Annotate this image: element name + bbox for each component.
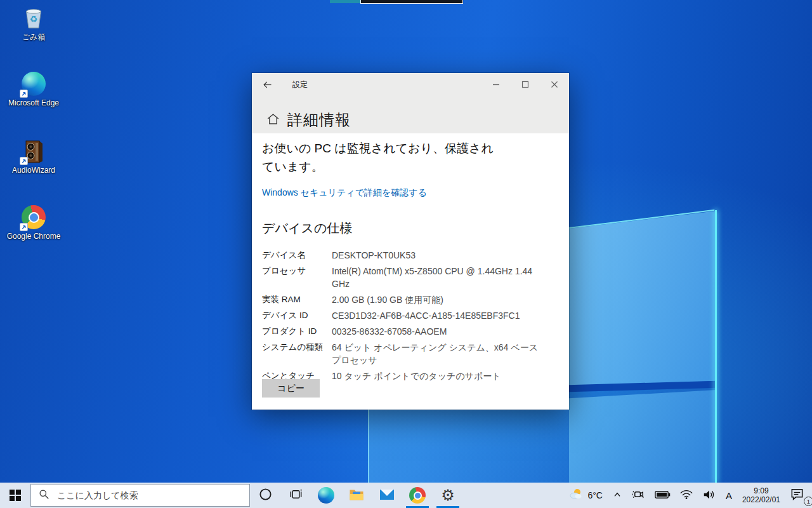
wallpaper-logo-right-edge — [715, 210, 717, 483]
weather-icon — [568, 486, 584, 504]
spec-row-product-id: プロダクト ID 00325-86332-67058-AAOEM — [262, 325, 554, 338]
wallpaper-logo-upper-pane — [569, 210, 717, 391]
volume-tray-button[interactable] — [698, 483, 721, 508]
task-view-button[interactable] — [280, 483, 311, 508]
wallpaper-logo-lower-pane — [569, 390, 717, 483]
chrome-icon — [409, 487, 426, 504]
wallpaper-logo-top-edge — [569, 210, 715, 229]
close-button[interactable] — [540, 73, 569, 96]
taskbar-chrome-button[interactable] — [402, 483, 433, 508]
chrome-icon — [21, 204, 46, 230]
taskbar-search[interactable] — [30, 484, 250, 507]
chevron-up-icon — [612, 490, 622, 502]
desktop-icon-label: Microsoft Edge — [8, 99, 59, 107]
weather-tray-item[interactable]: 6°C — [563, 483, 608, 508]
desktop-icon-edge[interactable]: Microsoft Edge — [5, 71, 62, 107]
shortcut-arrow-icon — [20, 223, 28, 231]
wallpaper-logo-gap — [569, 381, 717, 392]
clock-time: 9:09 — [754, 486, 768, 495]
camera-tray-icon — [631, 487, 646, 504]
mail-icon — [379, 486, 395, 505]
desktop-icon-chrome[interactable]: Google Chrome — [5, 204, 62, 241]
spec-row-device-id: デバイス ID CE3D1D32-AF6B-4ACC-A185-14E85EBF… — [262, 309, 554, 322]
edge-icon — [21, 71, 46, 97]
settings-window: 設定 詳細情報 お使いの PC は監視されて — [252, 73, 569, 410]
copy-button[interactable]: コピー — [262, 379, 320, 398]
titlebar: 設定 — [252, 73, 569, 96]
taskbar-edge-button[interactable] — [311, 483, 341, 508]
windows-security-link[interactable]: Windows セキュリティで詳細を確認する — [262, 187, 427, 199]
spec-row-system-type: システムの種類 64 ビット オペレーティング システム、x64 ベース プロセ… — [262, 341, 554, 366]
camera-tray-button[interactable] — [627, 483, 650, 508]
system-tray: 6°C — [563, 483, 812, 508]
taskbar-mail-button[interactable] — [372, 483, 402, 508]
file-explorer-icon — [348, 486, 365, 505]
spec-row-ram: 実装 RAM 2.00 GB (1.90 GB 使用可能) — [262, 293, 554, 306]
home-icon — [266, 112, 280, 128]
spec-row-processor: プロセッサ Intel(R) Atom(TM) x5-Z8500 CPU @ 1… — [262, 265, 554, 290]
search-icon — [39, 489, 49, 502]
cortana-icon — [259, 488, 272, 503]
maximize-button[interactable] — [511, 73, 540, 96]
edge-icon — [318, 487, 334, 504]
spec-row-device-name: デバイス名 DESKTOP-KT0UK53 — [262, 249, 554, 262]
clock-date: 2022/02/01 — [742, 495, 780, 504]
task-view-icon — [289, 487, 303, 504]
battery-tray-button[interactable] — [650, 483, 675, 508]
taskbar: ⚙ 6°C — [0, 483, 812, 508]
wallpaper-light-beam — [369, 410, 569, 483]
search-input[interactable] — [56, 484, 249, 507]
notification-icon — [790, 487, 804, 504]
desktop-icon-label: ごみ箱 — [22, 33, 46, 41]
security-status-text: お使いの PC は監視されており、保護され ています。 — [262, 139, 497, 176]
desktop-icon-audiowizard[interactable]: AudioWizard — [5, 138, 62, 175]
start-button[interactable] — [0, 483, 30, 508]
device-specs-table: デバイス名 DESKTOP-KT0UK53 プロセッサ Intel(R) Ato… — [262, 249, 554, 385]
taskbar-clock[interactable]: 9:09 2022/02/01 — [737, 483, 785, 508]
action-center-button[interactable]: 1 — [785, 483, 812, 508]
page-title: 詳細情報 — [287, 110, 351, 130]
ime-indicator[interactable]: A — [721, 483, 737, 508]
desktop-icon-recycle-bin[interactable]: ♻ ごみ箱 — [5, 5, 62, 41]
wallpaper-beam-edge — [368, 410, 369, 483]
taskbar-explorer-button[interactable] — [341, 483, 372, 508]
window-title: 設定 — [292, 79, 308, 90]
desktop: ♻ ごみ箱 Microsoft Edge — [0, 0, 812, 508]
minimize-button[interactable] — [481, 73, 511, 96]
tray-expand-button[interactable] — [608, 483, 627, 508]
notification-badge: 1 — [804, 497, 812, 506]
taskbar-settings-button[interactable]: ⚙ — [433, 483, 463, 508]
windows-logo-icon — [10, 490, 21, 501]
cortana-button[interactable] — [250, 483, 280, 508]
gear-icon: ⚙ — [441, 488, 455, 503]
wifi-tray-button[interactable] — [675, 483, 698, 508]
shortcut-arrow-icon — [20, 90, 28, 98]
desktop-icon-label: AudioWizard — [12, 166, 55, 175]
offscreen-window-strip — [360, 0, 463, 4]
battery-icon — [655, 490, 671, 501]
offscreen-window-strip-teal — [330, 0, 360, 3]
speaker-icon — [702, 489, 716, 502]
device-specs-heading: デバイスの仕様 — [262, 220, 352, 237]
recycle-bin-icon: ♻ — [21, 5, 46, 30]
desktop-icon-label: Google Chrome — [7, 232, 61, 241]
audiowizard-icon — [21, 138, 46, 164]
svg-text:♻: ♻ — [30, 14, 38, 24]
wifi-icon — [679, 489, 693, 502]
shortcut-arrow-icon — [20, 157, 28, 165]
temperature-label: 6°C — [587, 490, 603, 500]
back-button[interactable] — [254, 73, 280, 96]
